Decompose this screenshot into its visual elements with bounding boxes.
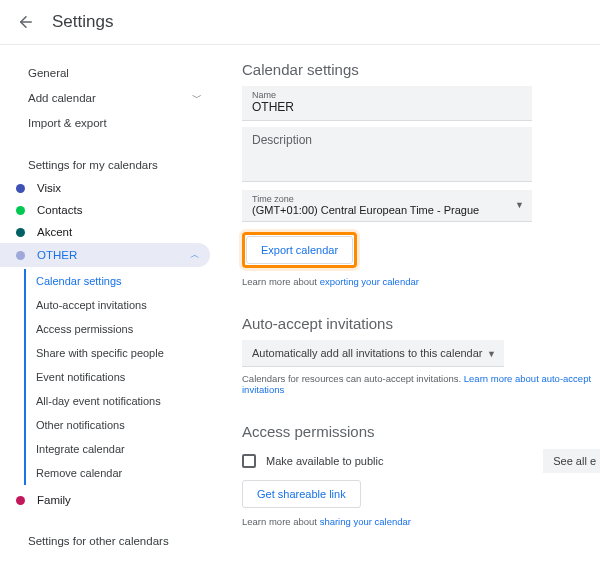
sidebar-calendar-akcent[interactable]: Akcent xyxy=(0,221,210,243)
section-title-calendar-settings: Calendar settings xyxy=(242,61,600,78)
section-title-access-permissions: Access permissions xyxy=(242,423,600,440)
subnav-share-specific[interactable]: Share with specific people xyxy=(26,341,218,365)
timezone-value: (GMT+01:00) Central European Time - Prag… xyxy=(252,204,522,216)
main-panel: Calendar settings Name OTHER Description… xyxy=(218,45,600,579)
sidebar-calendar-visix[interactable]: Visix xyxy=(0,177,210,199)
export-hint: Learn more about exporting your calendar xyxy=(242,276,600,287)
sidebar-calendar-family[interactable]: Family xyxy=(0,489,210,511)
get-shareable-link-button[interactable]: Get shareable link xyxy=(242,480,361,508)
name-field-value: OTHER xyxy=(252,100,522,114)
sidebar-item-label: General xyxy=(28,67,69,79)
sidebar-heading-my-calendars: Settings for my calendars xyxy=(28,149,202,177)
calendar-name: Visix xyxy=(37,182,61,194)
sidebar-item-label: Import & export xyxy=(28,117,107,129)
section-title-auto-accept: Auto-accept invitations xyxy=(242,315,600,332)
sidebar-heading-other-calendars: Settings for other calendars xyxy=(28,525,202,553)
description-field-label: Description xyxy=(252,133,312,147)
calendar-color-dot xyxy=(16,228,25,237)
calendar-color-dot xyxy=(16,206,25,215)
sidebar-item-import-export[interactable]: Import & export xyxy=(28,111,202,135)
chevron-up-icon: ︿ xyxy=(190,248,200,262)
see-all-events-dropdown[interactable]: See all e xyxy=(543,449,600,473)
sidebar-calendar-contacts[interactable]: Contacts xyxy=(0,199,210,221)
public-label: Make available to public xyxy=(266,455,383,467)
subnav-access-permissions[interactable]: Access permissions xyxy=(26,317,218,341)
dropdown-caret-icon: ▼ xyxy=(487,349,496,359)
sidebar: General Add calendar ﹀ Import & export S… xyxy=(0,45,218,579)
export-calendar-button[interactable]: Export calendar xyxy=(246,236,353,264)
subnav-calendar-settings[interactable]: Calendar settings xyxy=(26,269,218,293)
auto-accept-value: Automatically add all invitations to thi… xyxy=(252,347,483,359)
share-hint-link[interactable]: sharing your calendar xyxy=(320,516,411,527)
sidebar-calendar-other[interactable]: OTHER ︿ xyxy=(0,243,210,267)
page-title: Settings xyxy=(52,12,113,32)
sidebar-item-general[interactable]: General xyxy=(28,61,202,85)
subnav-integrate-calendar[interactable]: Integrate calendar xyxy=(26,437,218,461)
subnav-auto-accept[interactable]: Auto-accept invitations xyxy=(26,293,218,317)
timezone-select[interactable]: Time zone (GMT+01:00) Central European T… xyxy=(242,190,532,222)
calendar-color-dot xyxy=(16,496,25,505)
calendar-name: OTHER xyxy=(37,249,77,261)
chevron-down-icon: ﹀ xyxy=(192,91,202,105)
back-arrow-icon[interactable] xyxy=(16,12,36,32)
export-highlight: Export calendar xyxy=(242,232,357,268)
calendar-name: Akcent xyxy=(37,226,72,238)
subnav-event-notifications[interactable]: Event notifications xyxy=(26,365,218,389)
calendar-name: Family xyxy=(37,494,71,506)
description-field[interactable]: Description xyxy=(242,127,532,182)
name-field[interactable]: Name OTHER xyxy=(242,86,532,121)
public-checkbox[interactable] xyxy=(242,454,256,468)
auto-accept-select[interactable]: Automatically add all invitations to thi… xyxy=(242,340,504,367)
subnav-allday-notifications[interactable]: All-day event notifications xyxy=(26,389,218,413)
auto-accept-hint: Calendars for resources can auto-accept … xyxy=(242,373,600,395)
share-hint: Learn more about sharing your calendar xyxy=(242,516,600,527)
subnav-remove-calendar[interactable]: Remove calendar xyxy=(26,461,218,485)
export-hint-link[interactable]: exporting your calendar xyxy=(320,276,419,287)
name-field-label: Name xyxy=(252,90,522,100)
timezone-label: Time zone xyxy=(252,194,522,204)
calendar-color-dot xyxy=(16,184,25,193)
subnav-other-notifications[interactable]: Other notifications xyxy=(26,413,218,437)
dropdown-caret-icon: ▼ xyxy=(515,200,524,210)
calendar-color-dot xyxy=(16,251,25,260)
sidebar-item-label: Add calendar xyxy=(28,92,96,104)
calendar-subnav: Calendar settings Auto-accept invitation… xyxy=(24,269,218,485)
sidebar-item-add-calendar[interactable]: Add calendar ﹀ xyxy=(28,85,202,111)
calendar-name: Contacts xyxy=(37,204,82,216)
